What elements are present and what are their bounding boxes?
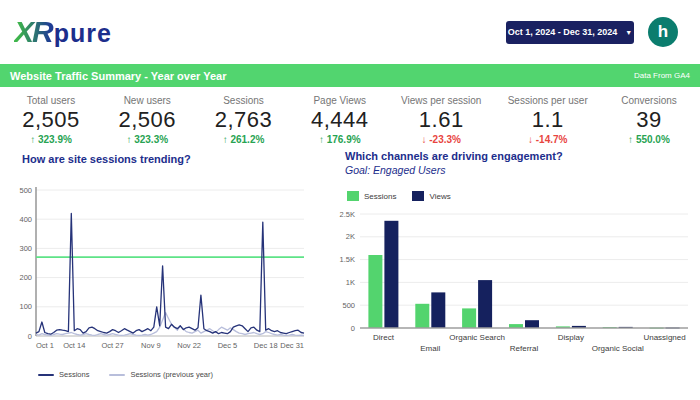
sessions-line-chart[interactable]: 0100200300400500Oct 1Oct 14Oct 27Nov 9No… xyxy=(8,184,310,366)
metric-delta-value: 261.2% xyxy=(230,134,264,145)
metric-value: 1.1 xyxy=(508,107,588,133)
svg-text:Dec 18: Dec 18 xyxy=(254,341,278,350)
scorecard-total-users: Total users2,505↑ 323.9% xyxy=(16,95,86,145)
legend-item: Sessions (previous year) xyxy=(109,370,213,379)
metric-delta: ↑ 550.0% xyxy=(614,134,684,145)
metric-value: 1.61 xyxy=(401,107,481,133)
svg-text:Oct 14: Oct 14 xyxy=(63,341,85,350)
metric-label: Page Views xyxy=(305,95,375,106)
svg-text:Organic Search: Organic Search xyxy=(449,333,505,342)
metric-value: 2,763 xyxy=(209,107,279,133)
svg-text:0: 0 xyxy=(28,332,32,341)
scorecard-page-views: Page Views4,444↑ 176.9% xyxy=(305,95,375,145)
metric-delta: ↑ 261.2% xyxy=(209,134,279,145)
metric-label: New users xyxy=(112,95,182,106)
avatar-letter: h xyxy=(658,22,668,42)
legend-item: Sessions xyxy=(347,191,396,201)
banner: Website Traffic Summary - Year over Year… xyxy=(0,64,700,87)
metric-label: Sessions per user xyxy=(508,95,588,106)
svg-text:Nov 9: Nov 9 xyxy=(141,341,161,350)
metric-delta-value: -14.7% xyxy=(536,134,568,145)
svg-text:500: 500 xyxy=(19,186,32,195)
svg-text:Display: Display xyxy=(558,333,584,342)
legend-label: Views xyxy=(429,192,450,201)
metric-value: 39 xyxy=(614,107,684,133)
svg-text:1.5K: 1.5K xyxy=(340,255,355,264)
metric-delta: ↓ -23.3% xyxy=(401,134,481,145)
metric-delta-value: 550.0% xyxy=(636,134,670,145)
metric-value: 2,505 xyxy=(16,107,86,133)
scorecard-views-per-session: Views per session1.61↓ -23.3% xyxy=(401,95,481,145)
metric-label: Sessions xyxy=(209,95,279,106)
svg-text:2K: 2K xyxy=(346,232,355,241)
legend-label: Sessions xyxy=(59,370,89,379)
scorecard-new-users: New users2,506↑ 323.3% xyxy=(112,95,182,145)
metric-value: 2,506 xyxy=(112,107,182,133)
metric-value: 4,444 xyxy=(305,107,375,133)
sessions-line-legend: SessionsSessions (previous year) xyxy=(38,370,310,379)
svg-text:400: 400 xyxy=(19,215,32,224)
legend-label: Sessions xyxy=(364,192,396,201)
scorecard-sessions: Sessions2,763↑ 261.2% xyxy=(209,95,279,145)
svg-text:2.5K: 2.5K xyxy=(340,210,355,219)
svg-text:Dec 5: Dec 5 xyxy=(218,341,238,350)
svg-text:100: 100 xyxy=(19,302,32,311)
svg-text:500: 500 xyxy=(342,301,355,310)
metric-label: Conversions xyxy=(614,95,684,106)
user-avatar[interactable]: h xyxy=(648,17,678,47)
svg-text:200: 200 xyxy=(19,273,32,282)
legend-square-swatch xyxy=(412,191,424,201)
legend-line-swatch xyxy=(109,374,125,376)
bar-section-subtitle: Goal: Engaged Users xyxy=(345,164,445,176)
scorecard-conversions: Conversions39↑ 550.0% xyxy=(614,95,684,145)
arrow-up-icon: ↑ xyxy=(126,134,134,145)
metric-delta-value: 323.3% xyxy=(134,134,168,145)
metric-delta: ↑ 323.9% xyxy=(16,134,86,145)
channels-bar-chart[interactable]: 05001K1.5K2K2.5KDirectEmailOrganic Searc… xyxy=(330,206,695,370)
line-section-title: How are site sessions trending? xyxy=(22,153,191,165)
metric-delta-value: 176.9% xyxy=(327,134,361,145)
sessions-line-chart-section: 0100200300400500Oct 1Oct 14Oct 27Nov 9No… xyxy=(8,184,310,379)
svg-text:300: 300 xyxy=(19,244,32,253)
svg-text:Email: Email xyxy=(420,344,440,353)
logo: XR pure xyxy=(14,15,112,49)
svg-text:Referral: Referral xyxy=(510,344,539,353)
legend-label: Sessions (previous year) xyxy=(130,370,213,379)
date-range-label: Oct 1, 2024 - Dec 31, 2024 xyxy=(508,27,618,37)
logo-wordmark: pure xyxy=(54,19,112,48)
arrow-up-icon: ↑ xyxy=(30,134,38,145)
svg-text:Direct: Direct xyxy=(373,333,395,342)
metric-label: Total users xyxy=(16,95,86,106)
chevron-down-icon: ▼ xyxy=(625,29,632,36)
legend-line-swatch xyxy=(38,374,54,376)
svg-text:Dec 31: Dec 31 xyxy=(280,341,304,350)
arrow-down-icon: ↓ xyxy=(528,134,536,145)
legend-square-swatch xyxy=(347,191,359,201)
metric-delta-value: 323.9% xyxy=(38,134,72,145)
arrow-up-icon: ↑ xyxy=(319,134,327,145)
metric-delta: ↓ -14.7% xyxy=(508,134,588,145)
svg-text:0: 0 xyxy=(351,324,355,333)
scorecard-sessions-per-user: Sessions per user1.1↓ -14.7% xyxy=(508,95,588,145)
legend-item: Views xyxy=(412,191,450,201)
svg-text:Unassigned: Unassigned xyxy=(643,333,685,342)
xr-monogram-icon: XR xyxy=(14,15,54,49)
scorecards-row: Total users2,505↑ 323.9%New users2,506↑ … xyxy=(0,95,700,145)
metric-delta-value: -23.3% xyxy=(429,134,461,145)
channels-bar-legend: SessionsViews xyxy=(347,191,451,201)
top-bar: XR pure Oct 1, 2024 - Dec 31, 2024 ▼ h xyxy=(0,0,700,64)
date-range-selector[interactable]: Oct 1, 2024 - Dec 31, 2024 ▼ xyxy=(506,21,634,44)
svg-text:1K: 1K xyxy=(346,278,355,287)
metric-delta: ↑ 323.3% xyxy=(112,134,182,145)
banner-source-note: Data From GA4 xyxy=(634,71,690,80)
svg-text:Oct 1: Oct 1 xyxy=(36,341,54,350)
top-right-controls: Oct 1, 2024 - Dec 31, 2024 ▼ h xyxy=(506,17,678,47)
svg-text:Nov 22: Nov 22 xyxy=(177,341,201,350)
metric-delta: ↑ 176.9% xyxy=(305,134,375,145)
svg-text:Organic Social: Organic Social xyxy=(592,344,644,353)
svg-text:Oct 27: Oct 27 xyxy=(102,341,124,350)
legend-item: Sessions xyxy=(38,370,89,379)
bar-section-title: Which channels are driving engagement? xyxy=(345,150,563,162)
banner-title: Website Traffic Summary - Year over Year xyxy=(10,70,226,82)
metric-label: Views per session xyxy=(401,95,481,106)
